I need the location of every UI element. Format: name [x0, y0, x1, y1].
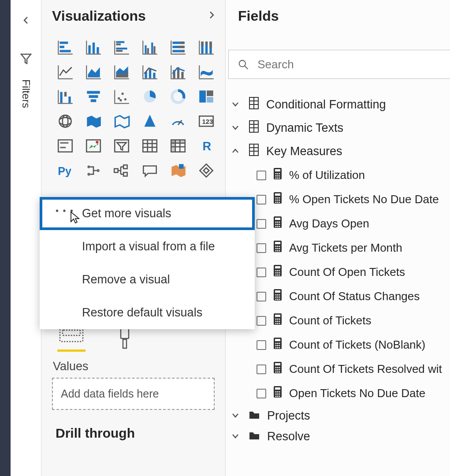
checkbox[interactable]	[257, 389, 266, 398]
svg-point-230	[277, 394, 279, 395]
kpi-icon[interactable]	[82, 136, 105, 156]
checkbox[interactable]	[257, 219, 266, 229]
svg-point-186	[277, 297, 279, 298]
search-input[interactable]	[257, 58, 441, 71]
card-icon[interactable]: 123	[195, 112, 218, 131]
checkbox[interactable]	[257, 195, 266, 205]
field-measure-row[interactable]: Count Of Tickets Resolved wit	[226, 357, 450, 381]
menu-remove-visual[interactable]: Remove a visual	[40, 263, 255, 296]
decomposition-tree-icon[interactable]	[110, 161, 133, 180]
qa-visual-icon[interactable]	[138, 161, 161, 180]
svg-point-166	[275, 250, 277, 252]
treemap-chart-icon[interactable]	[195, 87, 218, 106]
checkbox[interactable]	[257, 268, 266, 277]
menu-restore-default[interactable]: Restore default visuals	[40, 296, 255, 329]
table-icon[interactable]	[138, 136, 161, 156]
field-table-row[interactable]: Conditional Formatting	[226, 93, 450, 116]
checkbox[interactable]	[257, 171, 266, 180]
field-measure-row[interactable]: Count Of Open Tickets	[226, 260, 450, 284]
svg-point-175	[277, 272, 279, 274]
slicer-icon[interactable]	[110, 136, 133, 156]
multi-row-card-icon[interactable]	[54, 136, 77, 156]
svg-point-185	[275, 297, 277, 298]
waterfall-chart-icon[interactable]	[54, 87, 77, 106]
checkbox[interactable]	[257, 316, 266, 326]
svg-rect-80	[58, 140, 72, 152]
r-visual-icon[interactable]: R	[195, 136, 218, 156]
svg-point-143	[279, 200, 280, 201]
stacked-column-100-icon[interactable]	[195, 37, 218, 57]
svg-rect-41	[86, 78, 101, 79]
python-visual-icon[interactable]: Py	[54, 161, 77, 180]
svg-rect-16	[142, 41, 143, 53]
svg-point-220	[279, 369, 280, 371]
menu-import-visual[interactable]: Import a visual from a file	[40, 230, 255, 263]
field-measure-row[interactable]: Count of Tickets (NoBlank)	[226, 333, 450, 357]
svg-rect-39	[58, 78, 73, 79]
svg-point-199	[275, 323, 277, 324]
format-tab-icon[interactable]	[112, 325, 140, 352]
svg-point-177	[275, 275, 277, 276]
field-measure-row[interactable]: Open Tickets No Due Date	[226, 381, 450, 405]
svg-rect-55	[199, 78, 214, 79]
menu-get-more-visuals[interactable]: • • • Get more visuals	[40, 197, 255, 230]
donut-chart-icon[interactable]	[167, 87, 190, 106]
checkbox[interactable]	[257, 364, 266, 374]
scatter-chart-icon[interactable]	[110, 87, 133, 106]
gauge-icon[interactable]	[167, 112, 190, 131]
fields-title: Fields	[238, 8, 279, 24]
field-measure-row[interactable]: Avg Days Open	[226, 212, 450, 236]
filters-label[interactable]: Filters	[20, 79, 32, 108]
table-label: Dynamic Texts	[266, 121, 343, 135]
matrix-icon[interactable]	[167, 136, 190, 156]
field-measure-row[interactable]: % of Utilization	[226, 163, 450, 187]
svg-point-211	[277, 347, 279, 349]
field-table-row[interactable]: Key Measures	[226, 140, 450, 163]
stacked-bar-chart-icon[interactable]	[54, 37, 77, 57]
svg-rect-109	[121, 328, 129, 338]
field-measure-row[interactable]: Avg Tickets per Month	[226, 236, 450, 260]
svg-rect-225	[275, 387, 280, 390]
clustered-column-chart-icon[interactable]	[138, 37, 161, 57]
field-table-row[interactable]: Projects	[226, 405, 450, 426]
svg-rect-57	[58, 103, 73, 104]
values-drop-area[interactable]: Add data fields here	[52, 378, 215, 410]
expand-pane-icon[interactable]	[208, 11, 216, 22]
field-measure-row[interactable]: Count of Tickets	[226, 309, 450, 333]
svg-point-173	[279, 270, 280, 271]
azure-map-icon[interactable]	[138, 112, 161, 131]
pie-chart-icon[interactable]	[138, 87, 161, 106]
svg-point-66	[118, 97, 120, 100]
field-table-row[interactable]: Resolve	[226, 426, 450, 447]
field-table-row[interactable]: Dynamic Texts	[226, 116, 450, 140]
field-measure-row[interactable]: Count Of Status Changes	[226, 284, 450, 309]
key-influencers-icon[interactable]	[82, 161, 105, 180]
line-chart-icon[interactable]	[54, 62, 77, 82]
arcgis-map-icon[interactable]	[167, 161, 190, 180]
funnel-chart-icon[interactable]	[82, 87, 105, 106]
filters-collapse-icon[interactable]	[22, 16, 30, 26]
svg-rect-27	[178, 46, 185, 48]
area-chart-icon[interactable]	[82, 62, 105, 82]
stacked-bar-100-icon[interactable]	[167, 37, 190, 57]
clustered-bar-chart-icon[interactable]	[110, 37, 133, 57]
checkbox[interactable]	[257, 292, 266, 301]
svg-rect-62	[89, 95, 98, 98]
stacked-area-chart-icon[interactable]	[110, 62, 133, 82]
stacked-column-chart-icon[interactable]	[82, 37, 105, 57]
power-apps-visual-icon[interactable]	[195, 161, 218, 180]
search-field[interactable]	[228, 50, 450, 79]
line-clustered-column-icon[interactable]	[138, 62, 161, 82]
map-icon[interactable]	[54, 112, 77, 131]
visualizations-title: Visualizations	[52, 8, 146, 24]
svg-rect-49	[171, 65, 171, 78]
svg-point-135	[279, 178, 280, 179]
filled-map-icon[interactable]	[82, 112, 105, 131]
field-measure-row[interactable]: % Open Tickets No Due Date	[226, 187, 450, 212]
line-stacked-column-icon[interactable]	[167, 62, 190, 82]
svg-point-226	[275, 391, 277, 393]
shape-map-icon[interactable]	[110, 112, 133, 131]
checkbox[interactable]	[257, 243, 266, 253]
ribbon-chart-icon[interactable]	[195, 62, 218, 82]
checkbox[interactable]	[257, 340, 266, 350]
